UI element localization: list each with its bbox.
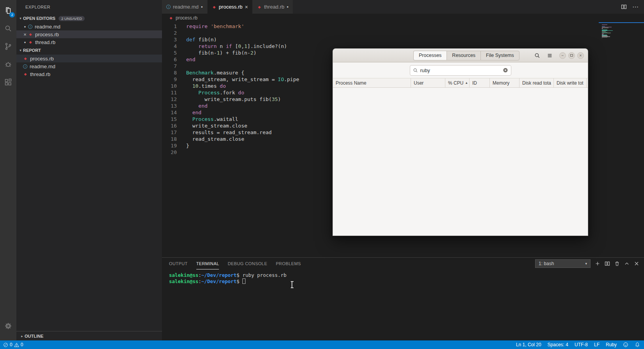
editor-tab[interactable]: ◆thread.rb● bbox=[253, 0, 293, 14]
close-panel-icon[interactable] bbox=[634, 261, 639, 266]
open-editor-item[interactable]: ●ireadme.md bbox=[16, 23, 162, 30]
line-number: 17 bbox=[162, 129, 186, 136]
code-line: def fib(n) bbox=[186, 36, 299, 43]
sysmon-tab-resources[interactable]: Resources bbox=[447, 51, 480, 60]
file-item[interactable]: ◆process.rb bbox=[16, 55, 162, 62]
line-number: 8 bbox=[162, 69, 186, 76]
column-header[interactable]: % CPU▲ bbox=[445, 78, 470, 87]
column-label: Process Name bbox=[336, 80, 366, 86]
file-item[interactable]: ireadme.md bbox=[16, 62, 162, 70]
editor-tab[interactable]: ◆process.rb× bbox=[208, 0, 253, 14]
code-line bbox=[186, 63, 299, 69]
code-line: end bbox=[186, 109, 299, 116]
status-item[interactable]: LF bbox=[594, 342, 600, 347]
terminal-path: ~/Dev/report bbox=[201, 272, 237, 278]
minimize-button[interactable]: − bbox=[559, 52, 566, 59]
line-number: 6 bbox=[162, 56, 186, 63]
column-header[interactable]: Disk write tot bbox=[554, 78, 587, 87]
column-header[interactable]: Memory bbox=[490, 78, 519, 87]
terminal[interactable]: salekin@ss:~/Dev/report$ ruby process.rb… bbox=[162, 269, 644, 340]
new-terminal-icon[interactable] bbox=[595, 261, 600, 266]
line-number: 18 bbox=[162, 136, 186, 142]
code-line: Benchmark.measure { bbox=[186, 69, 299, 76]
problems-indicator[interactable]: 0 0 bbox=[3, 342, 23, 347]
panel-tab-terminal[interactable]: TERMINAL bbox=[196, 258, 219, 269]
clear-search-icon[interactable] bbox=[503, 67, 508, 73]
settings-gear-icon[interactable] bbox=[0, 317, 16, 335]
error-icon bbox=[3, 342, 8, 347]
more-actions-icon[interactable]: ⋯ bbox=[632, 3, 639, 11]
line-number: 15 bbox=[162, 116, 186, 122]
split-editor-icon[interactable] bbox=[621, 4, 627, 10]
maximize-panel-icon[interactable] bbox=[624, 261, 630, 266]
column-label: Disk read tota bbox=[522, 80, 551, 86]
modified-dot-icon[interactable]: ● bbox=[287, 5, 289, 9]
modified-dot-icon: ● bbox=[22, 41, 28, 44]
source-control-icon[interactable] bbox=[0, 37, 16, 55]
file-item[interactable]: ◆thread.rb bbox=[16, 70, 162, 78]
editor-actions: ⋯ bbox=[621, 0, 644, 14]
debug-icon[interactable] bbox=[0, 55, 16, 73]
open-editors-label: OPEN EDITORS bbox=[23, 16, 55, 21]
column-header[interactable]: User bbox=[411, 78, 445, 87]
status-item[interactable]: UTF-8 bbox=[575, 342, 588, 347]
column-header[interactable]: Disk read tota bbox=[519, 78, 554, 87]
breadcrumb[interactable]: ◆ process.rb bbox=[162, 14, 644, 22]
search-icon[interactable] bbox=[0, 19, 16, 37]
file-name: thread.rb bbox=[30, 71, 50, 77]
line-number: 11 bbox=[162, 89, 186, 96]
panel-tab-problems[interactable]: PROBLEMS bbox=[276, 258, 301, 269]
status-item[interactable]: Ln 1, Col 20 bbox=[516, 342, 541, 347]
sysmon-search-entry[interactable]: ruby bbox=[410, 65, 511, 76]
sysmon-tab-processes[interactable]: Processes bbox=[413, 51, 447, 60]
chevron-down-icon: ▾ bbox=[585, 262, 587, 266]
open-editors-header[interactable]: ▾ OPEN EDITORS 2 UNSAVED bbox=[16, 14, 162, 23]
status-right: Ln 1, Col 20Spaces: 4UTF-8LFRuby bbox=[516, 342, 640, 347]
sysmon-search-button[interactable] bbox=[532, 50, 542, 60]
editor-tab[interactable]: ireadme.md● bbox=[162, 0, 208, 14]
close-icon[interactable]: × bbox=[22, 32, 28, 37]
minimap[interactable] bbox=[599, 22, 644, 257]
unsaved-badge: 2 UNSAVED bbox=[59, 16, 85, 21]
maximize-button[interactable] bbox=[568, 52, 575, 59]
status-item[interactable]: Ruby bbox=[606, 342, 617, 347]
minimap-viewport bbox=[599, 22, 644, 23]
sysmon-header[interactable]: ProcessesResourcesFile Systems − × bbox=[333, 49, 588, 62]
code-line: fib(n-1) + fib(n-2) bbox=[186, 50, 299, 56]
panel-tab-output[interactable]: OUTPUT bbox=[169, 258, 188, 269]
file-name: readme.md bbox=[35, 24, 60, 30]
ruby-file-icon: ◆ bbox=[212, 5, 217, 9]
status-right-items: Ln 1, Col 20Spaces: 4UTF-8LFRuby bbox=[516, 342, 617, 347]
gutter: 1234567891011121314151617181920 bbox=[162, 22, 186, 257]
open-editor-item[interactable]: ×◆process.rb bbox=[16, 30, 162, 38]
ruby-file-icon: ◆ bbox=[23, 72, 28, 76]
feedback-smiley-icon[interactable] bbox=[623, 342, 628, 347]
outline-section[interactable]: ▸ OUTLINE bbox=[16, 331, 162, 340]
minimap-lines bbox=[602, 25, 613, 39]
column-header[interactable]: Process Name bbox=[333, 78, 411, 87]
folder-header[interactable]: ▾ REPORT bbox=[16, 46, 162, 55]
split-terminal-icon[interactable] bbox=[605, 261, 610, 266]
ruby-file-icon: ◆ bbox=[28, 32, 33, 36]
panel-actions: 1: bash ▾ bbox=[535, 259, 639, 268]
close-button[interactable]: × bbox=[577, 52, 584, 59]
sysmon-tab-file-systems[interactable]: File Systems bbox=[480, 51, 519, 60]
ruby-file-icon: ◆ bbox=[169, 16, 173, 20]
status-item[interactable]: Spaces: 4 bbox=[548, 342, 568, 347]
explorer-icon[interactable]: 2 bbox=[0, 2, 16, 19]
notifications-bell-icon[interactable] bbox=[635, 342, 640, 347]
close-icon[interactable]: × bbox=[245, 4, 248, 10]
terminal-select[interactable]: 1: bash ▾ bbox=[535, 259, 591, 268]
extensions-icon[interactable] bbox=[0, 73, 16, 91]
sysmon-process-list[interactable] bbox=[333, 88, 588, 236]
kill-terminal-icon[interactable] bbox=[614, 261, 620, 266]
code-line: read_stream, write_stream = IO.pipe bbox=[186, 76, 299, 83]
open-editor-item[interactable]: ●◆thread.rb bbox=[16, 38, 162, 46]
sysmon-menu-icon[interactable] bbox=[544, 50, 555, 60]
modified-dot-icon[interactable]: ● bbox=[201, 5, 203, 9]
column-label: Memory bbox=[493, 80, 509, 86]
column-header[interactable]: ID bbox=[470, 78, 490, 87]
file-name: process.rb bbox=[30, 56, 54, 62]
status-bar: 0 0 Ln 1, Col 20Spaces: 4UTF-8LFRuby bbox=[0, 340, 644, 349]
panel-tab-debug-console[interactable]: DEBUG CONSOLE bbox=[228, 258, 267, 269]
